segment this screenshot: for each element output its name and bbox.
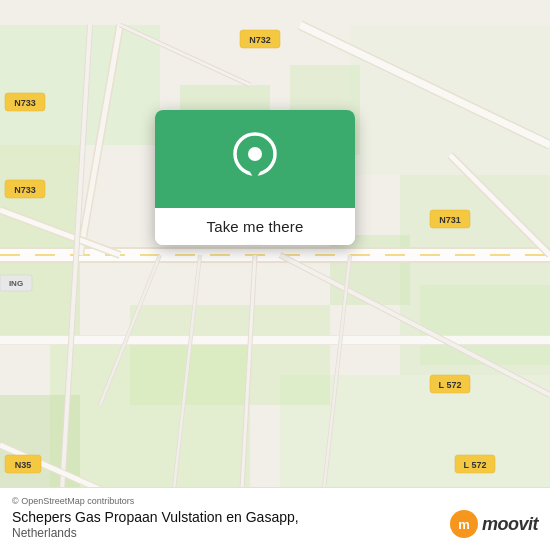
popup-top	[155, 110, 355, 208]
svg-text:N733: N733	[14, 98, 36, 108]
svg-rect-2	[0, 145, 80, 345]
take-me-there-button[interactable]: Take me there	[207, 218, 304, 235]
svg-rect-12	[420, 285, 550, 365]
svg-text:m: m	[458, 517, 470, 532]
svg-text:L 572: L 572	[464, 460, 487, 470]
location-popup: Take me there	[155, 110, 355, 245]
location-pin-icon	[233, 132, 277, 190]
osm-attribution: © OpenStreetMap contributors	[12, 496, 538, 506]
svg-text:N35: N35	[15, 460, 32, 470]
svg-text:N732: N732	[249, 35, 271, 45]
svg-text:N731: N731	[439, 215, 461, 225]
svg-text:L 572: L 572	[439, 380, 462, 390]
svg-rect-17	[0, 336, 550, 344]
svg-rect-11	[330, 235, 410, 305]
svg-rect-1	[0, 25, 160, 145]
svg-rect-7	[130, 305, 330, 405]
svg-text:N733: N733	[14, 185, 36, 195]
map-container: N732 N733 N733 N731 N35 L 572 L 572 ING	[0, 0, 550, 550]
svg-point-59	[248, 147, 262, 161]
popup-bottom: Take me there	[155, 208, 355, 245]
map-background: N732 N733 N733 N731 N35 L 572 L 572 ING	[0, 0, 550, 550]
moovit-text: moovit	[482, 514, 538, 535]
moovit-logo: m moovit	[450, 510, 538, 538]
svg-text:ING: ING	[9, 279, 23, 288]
moovit-icon: m	[450, 510, 478, 538]
